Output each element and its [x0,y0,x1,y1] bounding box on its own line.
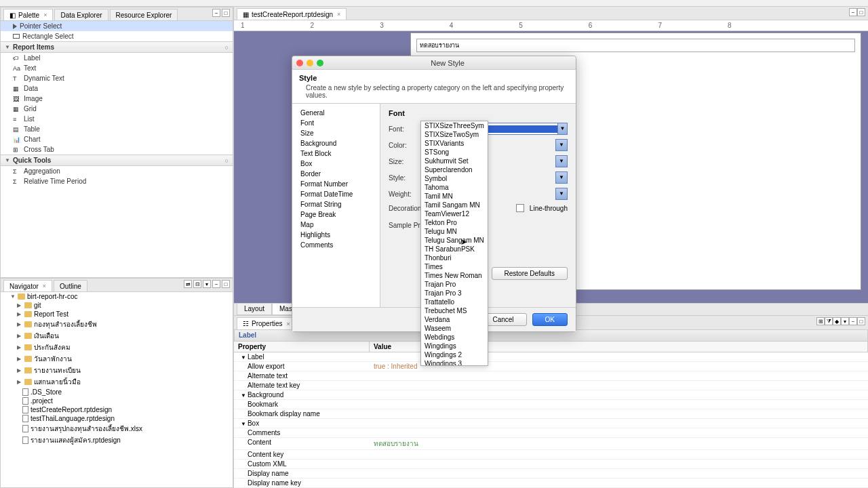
color-picker[interactable]: ▼ [555,139,568,151]
font-option[interactable]: Tamil Sangam MN [421,201,488,209]
property-row[interactable]: Display name [234,469,868,479]
font-option[interactable]: STIXSizeThreeSym [421,121,488,130]
tree-folder[interactable]: ▶วันลาพักงาน [1,353,233,365]
font-option[interactable]: Tamil MN [421,192,488,201]
palette-item-text[interactable]: AaText [1,63,233,73]
font-option[interactable]: Verdana [421,315,488,324]
font-option[interactable]: Wingdings 3 [421,359,488,366]
maximize-window-icon[interactable] [317,60,323,66]
tree-file[interactable]: .project [1,396,233,405]
palette-item-data[interactable]: ▦Data [1,83,233,94]
font-option[interactable]: Telugu Sangam MN [421,236,488,245]
close-icon[interactable]: × [287,321,290,327]
tool-rectangle[interactable]: Rectangle Select [1,31,233,41]
category-highlights[interactable]: Highlights [292,230,380,240]
tab-resource-explorer[interactable]: Resource Explorer [110,9,178,20]
tab-layout[interactable]: Layout [237,304,272,315]
palette-item-dynamic-text[interactable]: TDynamic Text [1,73,233,83]
category-format-number[interactable]: Format Number [292,179,380,189]
font-option[interactable]: Trajan Pro [421,280,488,289]
minimize-window-icon[interactable] [307,60,313,66]
category-map[interactable]: Map [292,220,380,230]
font-option[interactable]: Waseem [421,324,488,333]
font-option[interactable]: STIXVariants [421,139,488,148]
close-window-icon[interactable] [296,60,303,66]
quicktool-aggregation[interactable]: ΣAggregation [1,166,233,176]
menu-icon[interactable]: ▾ [841,317,849,325]
tree-file[interactable]: รายงานแสดงผู้สมัคร.rptdesign [1,434,233,446]
property-row[interactable]: Bookmark display name [234,409,868,419]
tab-navigator[interactable]: Navigator× [3,280,52,291]
tab-palette[interactable]: ◧Palette× [3,9,53,20]
link-icon[interactable]: ⇄ [184,280,192,288]
font-option[interactable]: STIXSizeTwoSym [421,130,488,139]
property-row[interactable]: Display name key [234,479,868,488]
font-option[interactable]: TeamViewer12 [421,209,488,218]
font-option[interactable]: Thonburi [421,253,488,262]
tab-outline[interactable]: Outline [54,280,87,291]
report-label-field[interactable]: ทดสอบรายงาน [416,39,855,52]
tree-file[interactable]: รายงานสรุปกองทุนสำรองเลี้ยงชีพ.xlsx [1,423,233,434]
tree-folder[interactable]: ▶แสกนลายนิ้วมือ [1,376,233,388]
category-general[interactable]: General [292,108,380,118]
property-row[interactable]: Comments [234,428,868,438]
pin-icon[interactable]: ○ [225,44,229,51]
tree-file[interactable]: testThaiLanguage.rptdesign [1,414,233,423]
weight-combo[interactable]: ▼ [555,188,568,200]
font-option[interactable]: Wingdings 2 [421,350,488,359]
minimize-icon[interactable]: − [212,9,220,17]
filter-icon[interactable]: ⧩ [825,317,833,325]
property-row[interactable]: Alternate text [234,371,868,381]
minimize-icon[interactable]: − [212,280,220,288]
menu-icon[interactable]: ▾ [203,280,211,288]
dropdown-icon[interactable]: ▼ [557,123,567,134]
category-background[interactable]: Background [292,138,380,148]
font-option[interactable]: Trebuchet MS [421,306,488,315]
palette-item-list[interactable]: ≡List [1,114,233,124]
category-text-block[interactable]: Text Block [292,148,380,159]
property-row[interactable]: Bookmark [234,400,868,409]
size-combo[interactable]: ▼ [555,155,568,167]
font-option[interactable]: TH SarabunPSK [421,245,488,253]
tree-folder[interactable]: ▶รายงานทะเบียน [1,365,233,376]
tree-root[interactable]: ▼birt-report-hr-coc [1,292,233,301]
tree-file[interactable]: .DS_Store [1,388,233,396]
category-size[interactable]: Size [292,128,380,138]
tab-data-explorer[interactable]: Data Explorer [54,9,108,20]
ok-button[interactable]: OK [532,313,568,326]
linethrough-checkbox[interactable] [516,204,524,212]
palette-item-image[interactable]: 🖼Image [1,94,233,104]
dialog-titlebar[interactable]: New Style [292,56,576,70]
property-row[interactable]: Custom XML [234,460,868,469]
font-option[interactable]: Sukhumvit Set [421,157,488,165]
style-combo[interactable]: ▼ [555,171,568,184]
palette-item-label[interactable]: 🏷Label [1,53,233,63]
local-icon[interactable]: ◆ [833,317,841,325]
minimize-icon[interactable]: − [849,8,857,16]
category-border[interactable]: Border [292,169,380,179]
maximize-icon[interactable]: □ [857,8,865,16]
restore-defaults-button[interactable]: Restore Defaults [492,267,568,280]
property-row[interactable]: Content key [234,450,868,460]
tree-folder[interactable]: ▶กองทุนสำรองเลี้ยงชีพ [1,319,233,330]
show-cats-icon[interactable]: ⊞ [816,317,825,325]
font-option[interactable]: Trajan Pro 3 [421,289,488,298]
maximize-icon[interactable]: □ [857,317,865,325]
property-row[interactable]: ▼Background [234,390,868,400]
category-box[interactable]: Box [292,159,380,169]
tree-folder[interactable]: ▶ประกันสังคม [1,342,233,353]
property-row[interactable]: Contentทดสอบรายงาน [234,438,868,450]
section-quick-tools[interactable]: ▼Quick Tools○ [1,155,233,166]
collapse-icon[interactable]: ⊟ [193,280,201,288]
palette-item-cross-tab[interactable]: ⊞Cross Tab [1,144,233,155]
palette-item-table[interactable]: ▤Table [1,124,233,134]
maximize-icon[interactable]: □ [222,9,230,17]
font-option[interactable]: Trattatello [421,298,488,306]
tool-pointer[interactable]: Pointer Select [1,21,233,31]
tree-folder[interactable]: ▶Report Test [1,310,233,319]
font-option[interactable]: Wingdings [421,342,488,350]
maximize-icon[interactable]: □ [222,280,230,288]
pin-icon[interactable]: ○ [225,157,229,164]
tab-properties[interactable]: ☷Properties× [237,317,296,329]
category-font[interactable]: Font [292,118,380,128]
